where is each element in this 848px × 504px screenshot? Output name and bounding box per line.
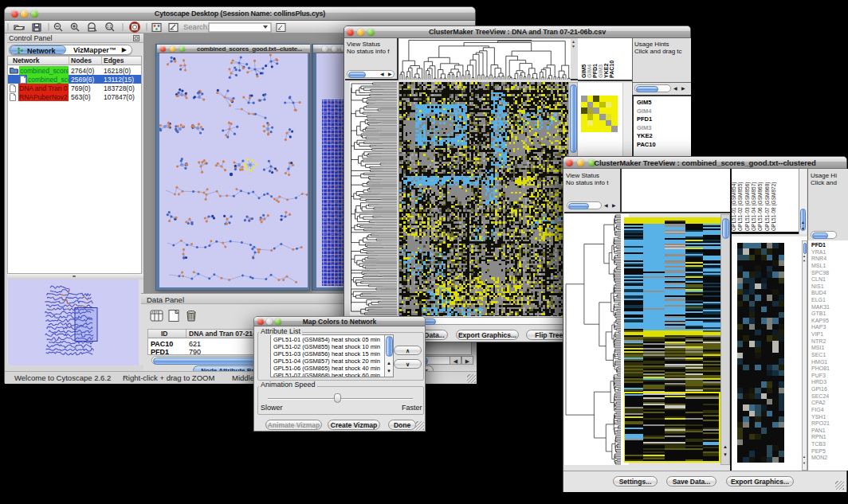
svg-text:Search:: Search: [183,22,210,31]
svg-text:1:1: 1:1 [107,25,112,29]
